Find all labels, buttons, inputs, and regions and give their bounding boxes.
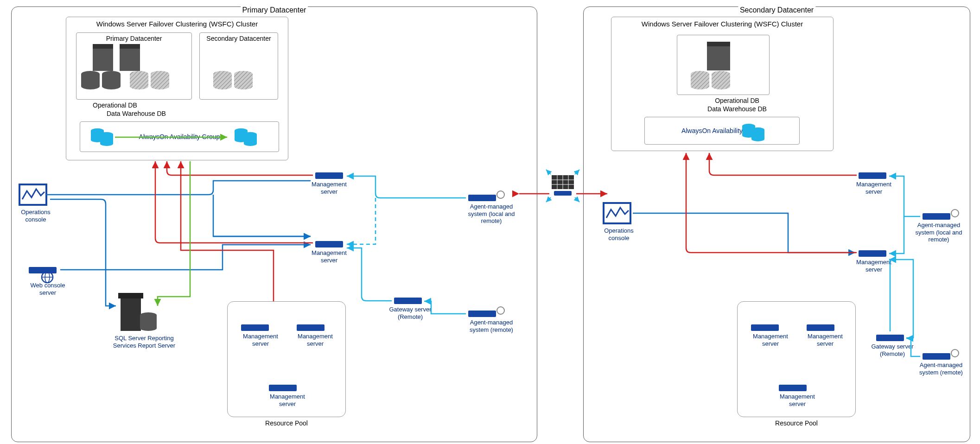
- primary-sub-secondary-box: Secondary Datacenter: [199, 32, 278, 100]
- secondary-pool-mgmt1-label: Management server: [745, 333, 796, 347]
- secondary-wsfc-title: Windows Server Failover Clustering (WSFC…: [611, 17, 833, 29]
- secondary-gateway-label: Gateway server (Remote): [867, 343, 918, 357]
- primary-dc-title: Primary Datacenter: [241, 6, 308, 14]
- primary-dw-db-label: Data Warehouse DB: [107, 109, 213, 118]
- secondary-dw-db-label: Data Warehouse DB: [691, 105, 783, 113]
- secondary-db-labels: Operational DB Data Warehouse DB: [691, 96, 783, 113]
- secondary-ops-console-label: Operations console: [598, 227, 640, 241]
- primary-ag-label: AlwaysOn Availability Group: [139, 133, 220, 140]
- primary-agent-remote-label: Agent-managed system (remote): [461, 319, 522, 333]
- primary-mgmt2-label: Management server: [304, 249, 355, 264]
- primary-sub-primary-title: Primary Datacenter: [76, 33, 191, 43]
- secondary-agent-local-label: Agent-managed system (local and remote): [913, 222, 964, 243]
- primary-pool-mgmt3-label: Management server: [262, 393, 313, 407]
- secondary-mgmt1-label: Management server: [848, 181, 899, 195]
- primary-pool-mgmt2-label: Management server: [290, 333, 341, 347]
- svg-rect-68: [554, 191, 572, 196]
- primary-sub-secondary-title: Secondary Datacenter: [200, 33, 278, 43]
- svg-rect-62: [552, 175, 574, 189]
- svg-line-70: [575, 170, 579, 174]
- primary-sql-report-label: SQL Server Reporting Services Report Ser…: [112, 335, 177, 349]
- secondary-pool-mgmt3-label: Management server: [772, 393, 823, 407]
- primary-op-db-label: Operational DB: [93, 101, 213, 109]
- primary-gateway-label: Gateway server (Remote): [385, 306, 436, 320]
- secondary-agent-remote-label: Agent-managed system (remote): [916, 362, 967, 376]
- primary-mgmt1-label: Management server: [304, 181, 355, 195]
- secondary-ag-label: AlwaysOn Availability Group: [681, 127, 763, 134]
- primary-wsfc-title: Windows Server Failover Clustering (WSFC…: [66, 17, 288, 29]
- primary-web-console-label: Web console server: [27, 282, 69, 296]
- secondary-resource-pool-title: Resource Pool: [775, 419, 818, 427]
- primary-ag-box: AlwaysOn Availability Group: [80, 121, 279, 152]
- secondary-dc-sub-box: [677, 35, 770, 95]
- svg-line-69: [546, 170, 551, 174]
- secondary-dc-title: Secondary Datacenter: [738, 6, 815, 14]
- primary-resource-pool-title: Resource Pool: [265, 419, 308, 427]
- primary-ops-console-label: Operations console: [15, 209, 57, 223]
- firewall-icon: [546, 170, 579, 202]
- primary-sub-primary-box: Primary Datacenter: [76, 32, 192, 100]
- secondary-op-db-label: Operational DB: [691, 96, 783, 105]
- primary-pool-mgmt1-label: Management server: [235, 333, 286, 347]
- secondary-mgmt2-label: Management server: [848, 259, 899, 273]
- primary-db-labels: Operational DB Data Warehouse DB: [93, 101, 213, 118]
- svg-line-71: [546, 197, 551, 202]
- primary-agent-local-label: Agent-managed system (local and remote): [461, 203, 522, 225]
- secondary-pool-mgmt2-label: Management server: [800, 333, 851, 347]
- svg-line-72: [575, 197, 579, 202]
- secondary-ag-box: AlwaysOn Availability Group: [644, 117, 800, 145]
